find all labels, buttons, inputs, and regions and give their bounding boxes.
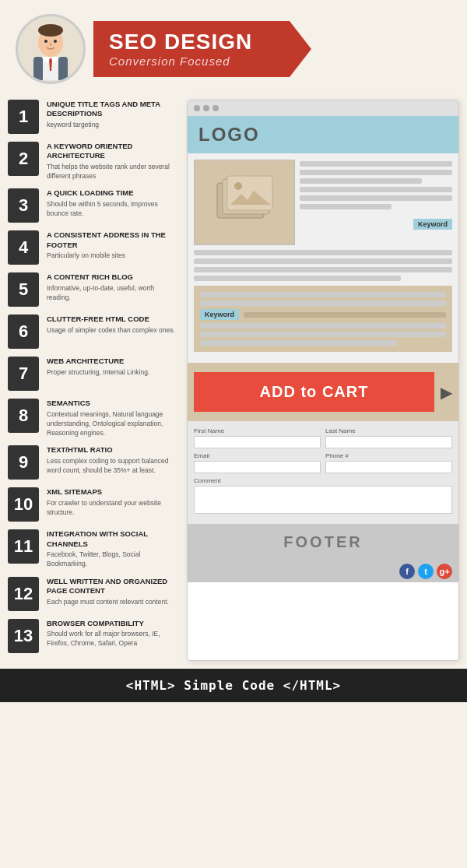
googleplus-icon[interactable]: g+ [437,564,452,579]
browser-footer: FOOTER [188,524,458,561]
list-number-4: 4 [8,230,39,265]
form-field-email: Email [194,452,321,473]
list-text-5: A CONTENT RICH BLOG Informative, up-to-d… [47,272,179,302]
text-line [200,332,446,337]
list-item: 13 BROWSER COMPATIBILITY Should work for… [8,619,179,653]
keyword-badge-2: Keyword [200,309,239,320]
list-text-2: A KEYWORD ORIENTED ARCHITECTURE That hel… [47,142,179,181]
list-text-3: A QUICK LOADING TIME Should be within 5 … [47,188,179,218]
header-title-banner: SEO DESIGN Conversion Focused [93,21,311,77]
list-text-12: WELL WRITTEN AND ORGANIZED PAGE CONTENT … [47,577,179,607]
facebook-icon[interactable]: f [399,564,415,579]
main-content: 1 UNIQUE TITLE TAGS AND META DESCRIPTION… [0,92,467,669]
text-line [194,267,452,272]
main-subtitle: Conversion Focused [109,54,288,68]
list-text-8: SEMANTICS Contextual meanings, Natural l… [47,399,179,438]
list-number-5: 5 [8,272,39,307]
text-line [300,161,452,167]
list-number-2: 2 [8,142,39,176]
list-number-13: 13 [8,619,39,653]
logo-bar: LOGO [188,116,458,153]
keyword-badge-1: Keyword [413,219,452,230]
list-number-7: 7 [8,357,39,391]
list-text-7: WEB ARCHITECTURE Proper structuring, Int… [47,357,179,377]
email-input[interactable] [194,461,321,473]
keyword-row: Keyword [200,309,446,320]
form-field-firstname: First Name [194,427,321,448]
keyword-section: Keyword [194,286,452,352]
seo-list: 1 UNIQUE TITLE TAGS AND META DESCRIPTION… [8,100,179,661]
list-text-4: A CONSISTENT ADDRESS IN THE FOOTER Parti… [47,230,179,261]
list-item: 5 A CONTENT RICH BLOG Informative, up-to… [8,272,179,307]
svg-point-13 [234,182,242,190]
form-field-lastname: Last Name [325,427,452,448]
twitter-icon[interactable]: t [418,564,434,579]
text-line [300,178,422,184]
cursor-icon: ▶ [441,383,452,402]
product-image [194,160,295,245]
list-number-10: 10 [8,487,39,522]
list-text-11: INTEGRATION WITH SOCIAL CHANNELS Faceboo… [47,529,179,568]
phone-input[interactable] [325,461,452,473]
svg-rect-12 [227,176,272,210]
text-line [194,258,452,264]
text-line [200,340,397,346]
list-item: 4 A CONSISTENT ADDRESS IN THE FOOTER Par… [8,230,179,265]
list-item: 8 SEMANTICS Contextual meanings, Natural… [8,399,179,438]
main-title: SEO DESIGN [109,30,288,54]
form-row-name: First Name Last Name [194,427,452,448]
lastname-input[interactable] [325,436,452,448]
form-row-contact: Email Phone # [194,452,452,473]
text-line [200,300,446,306]
text-line [200,292,446,297]
list-number-8: 8 [8,399,39,433]
list-text-1: UNIQUE TITLE TAGS AND META DESCRIPTIONS … [47,100,179,130]
form-field-comment: Comment [194,477,452,514]
svg-point-7 [50,43,52,46]
text-line [300,170,452,175]
browser-mockup: LOGO [187,100,459,661]
svg-point-4 [38,24,63,37]
product-description: Keyword [300,160,452,245]
text-line [244,312,446,318]
browser-dot-2 [203,105,209,111]
list-number-3: 3 [8,188,39,223]
list-item: 3 A QUICK LOADING TIME Should be within … [8,188,179,223]
svg-point-5 [44,40,47,43]
email-label: Email [194,452,321,459]
comment-input[interactable] [194,486,452,514]
svg-point-6 [54,40,57,43]
firstname-input[interactable] [194,436,321,448]
list-text-9: TEXT/HTML RATIO Less complex coding to s… [47,445,179,475]
lastname-label: Last Name [325,427,452,434]
body-text-lines [194,250,452,281]
firstname-label: First Name [194,427,321,434]
text-line [200,323,446,329]
text-line [300,195,452,201]
text-line [300,187,452,192]
cart-section: ADD to CART ▶ [188,363,458,421]
text-line [194,250,452,255]
browser-bar [188,100,458,116]
avatar [16,14,86,84]
list-item: 9 TEXT/HTML RATIO Less complex coding to… [8,445,179,480]
html-bar: <HTML> Simple Code </HTML> [0,669,467,702]
list-text-6: CLUTTER-FREE HTML CODE Usage of simpler … [47,315,179,335]
list-item: 1 UNIQUE TITLE TAGS AND META DESCRIPTION… [8,100,179,134]
list-number-12: 12 [8,577,39,611]
list-item: 2 A KEYWORD ORIENTED ARCHITECTURE That h… [8,142,179,181]
list-item: 10 XML SITEMAPS For crawler to understan… [8,487,179,522]
phone-label: Phone # [325,452,452,459]
text-line [194,276,401,281]
add-to-cart-button[interactable]: ADD to CART [194,372,434,412]
list-number-11: 11 [8,529,39,564]
list-item: 6 CLUTTER-FREE HTML CODE Usage of simple… [8,315,179,349]
product-section: Keyword [194,160,452,245]
list-text-13: BROWSER COMPATIBILITY Should work for al… [47,619,179,648]
list-item: 11 INTEGRATION WITH SOCIAL CHANNELS Face… [8,529,179,568]
header: SEO DESIGN Conversion Focused [0,0,467,92]
content-area: Keyword Keyword [188,153,458,363]
text-line [300,204,392,209]
list-text-10: XML SITEMAPS For crawler to understand y… [47,487,179,517]
browser-dot-1 [194,105,200,111]
